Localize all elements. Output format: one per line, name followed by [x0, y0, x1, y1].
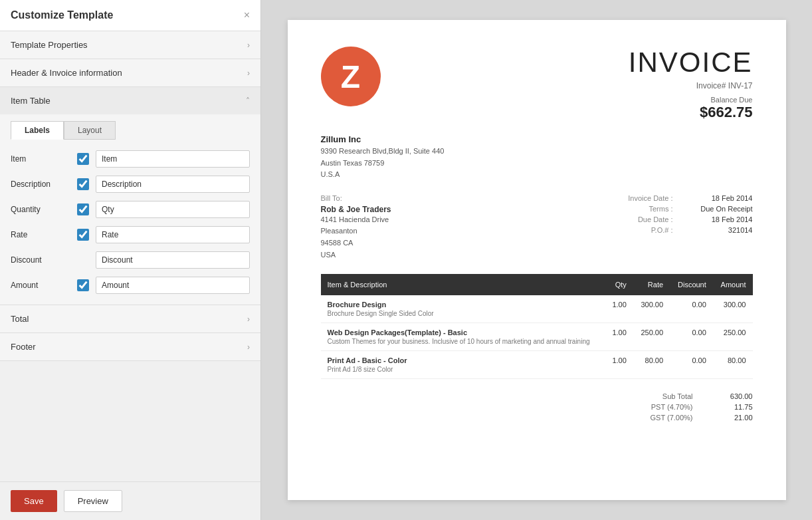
- detail-row: Terms :Due On Receipt: [628, 205, 752, 213]
- total-value: 11.75: [713, 403, 753, 411]
- item-amount: 80.00: [713, 351, 753, 379]
- invoice-number-value: INV-17: [728, 81, 753, 90]
- detail-key: Terms :: [649, 205, 672, 213]
- field-row-discount: Discount: [11, 247, 250, 273]
- item-name-desc: Web Design Packages(Template) - Basic Cu…: [321, 323, 605, 351]
- company-info: Zillum Inc 9390 Research Blvd,Bldg II, S…: [321, 134, 753, 181]
- item-rate: 250.00: [633, 323, 670, 351]
- total-row: PST (4.70%)11.75: [567, 403, 753, 411]
- panel-footer: Save Preview: [0, 481, 260, 520]
- field-checkbox-quantity[interactable]: [77, 203, 89, 215]
- total-row: Sub Total630.00: [567, 392, 753, 400]
- chevron-right-icon: ›: [247, 41, 250, 50]
- item-amount: 300.00: [713, 295, 753, 323]
- bill-to-name: Rob & Joe Traders: [321, 205, 391, 214]
- tab-layout[interactable]: Layout: [64, 121, 116, 140]
- chevron-up-icon: ˄: [246, 96, 250, 106]
- item-name: Brochure Design: [328, 301, 599, 309]
- invoice-number-label: Invoice#: [696, 81, 726, 90]
- item-table-header[interactable]: Item Table ˄: [0, 87, 260, 114]
- section-footer-label: Footer: [11, 342, 36, 352]
- field-row-rate: Rate: [11, 222, 250, 247]
- field-checkbox-rate[interactable]: [77, 229, 89, 241]
- company-address-line3: U.S.A: [321, 170, 340, 178]
- section-header-invoice-label: Header & Invoice information: [11, 68, 122, 78]
- company-address-line2: Austin Texas 78759: [321, 159, 385, 167]
- section-template-properties[interactable]: Template Properties ›: [0, 31, 260, 59]
- table-header-cell: Discount: [670, 274, 713, 295]
- company-address-line1: 9390 Research Blvd,Bldg II, Suite 440: [321, 147, 445, 155]
- total-value: 630.00: [713, 392, 753, 400]
- item-name-desc: Brochure Design Brochure Design Single S…: [321, 295, 605, 323]
- invoice-details-block: Invoice Date :18 Feb 2014Terms :Due On R…: [628, 194, 752, 261]
- table-row: Web Design Packages(Template) - Basic Cu…: [321, 323, 753, 351]
- item-discount: 0.00: [670, 323, 713, 351]
- field-checkbox-description[interactable]: [77, 178, 89, 190]
- item-description: Brochure Design Single Sided Color: [328, 310, 599, 317]
- save-button[interactable]: Save: [11, 490, 57, 512]
- detail-value: 321014: [686, 226, 753, 234]
- field-input-quantity[interactable]: [96, 201, 250, 218]
- field-checkbox-item[interactable]: [77, 153, 89, 165]
- item-qty: 1.00: [605, 323, 633, 351]
- item-qty: 1.00: [605, 351, 633, 379]
- detail-value: 18 Feb 2014: [686, 194, 753, 202]
- item-amount: 250.00: [713, 323, 753, 351]
- field-row-item: Item: [11, 146, 250, 172]
- tab-labels[interactable]: Labels: [11, 121, 64, 140]
- field-checkbox-amount[interactable]: [77, 279, 89, 291]
- item-qty: 1.00: [605, 295, 633, 323]
- panel-header: Customize Template ×: [0, 0, 260, 31]
- section-footer[interactable]: Footer ›: [0, 333, 260, 361]
- invoice-title: INVOICE: [629, 47, 753, 78]
- panel-title: Customize Template: [11, 9, 113, 21]
- field-row-amount: Amount: [11, 273, 250, 298]
- table-header-cell: Amount: [713, 274, 753, 295]
- item-table-label: Item Table: [11, 96, 51, 106]
- invoice-top: Z INVOICE Invoice# INV-17 Balance Due $6…: [321, 47, 753, 121]
- item-name-desc: Print Ad - Basic - Color Print Ad 1/8 si…: [321, 351, 605, 379]
- field-label-item: Item: [11, 154, 70, 164]
- item-discount: 0.00: [670, 295, 713, 323]
- chevron-right-icon-2: ›: [247, 68, 250, 78]
- invoice-title-block: INVOICE Invoice# INV-17 Balance Due $662…: [629, 47, 753, 121]
- item-discount: 0.00: [670, 351, 713, 379]
- bill-to-label: Bill To:: [321, 194, 391, 202]
- company-logo: Z: [321, 47, 381, 106]
- company-name: Zillum Inc: [321, 134, 753, 144]
- field-label-quantity: Quantity: [11, 205, 70, 214]
- fields-list: Item Description Quantity Rate: [0, 140, 260, 305]
- section-template-properties-label: Template Properties: [11, 40, 88, 50]
- detail-key: Due Date :: [638, 215, 673, 223]
- bottom-sections: Total › Footer ›: [0, 305, 260, 481]
- field-label-discount: Discount: [11, 255, 70, 265]
- chevron-right-icon-3: ›: [247, 315, 250, 324]
- field-input-discount[interactable]: [96, 251, 250, 269]
- field-row-description: Description: [11, 172, 250, 197]
- field-input-rate[interactable]: [96, 226, 250, 243]
- field-input-amount[interactable]: [96, 277, 250, 294]
- preview-button[interactable]: Preview: [64, 490, 122, 512]
- section-total[interactable]: Total ›: [0, 305, 260, 333]
- section-item-table: Item Table ˄ Labels Layout Item Descript…: [0, 87, 260, 305]
- invoice-number: Invoice# INV-17: [629, 81, 753, 90]
- total-row: GST (7.00%)21.00: [567, 414, 753, 422]
- totals-block: Sub Total630.00PST (4.70%)11.75GST (7.00…: [321, 392, 753, 422]
- detail-value: 18 Feb 2014: [686, 215, 753, 223]
- item-name: Print Ad - Basic - Color: [328, 356, 599, 364]
- field-input-item[interactable]: [96, 150, 250, 168]
- field-label-amount: Amount: [11, 281, 70, 290]
- bill-to-address-line4: USA: [321, 251, 336, 259]
- item-rate: 300.00: [633, 295, 670, 323]
- field-row-quantity: Quantity: [11, 197, 250, 222]
- item-description: Print Ad 1/8 size Color: [328, 366, 599, 373]
- table-row: Brochure Design Brochure Design Single S…: [321, 295, 753, 323]
- item-table: Item & DescriptionQtyRateDiscountAmount …: [321, 274, 753, 379]
- left-panel: Customize Template × Template Properties…: [0, 0, 261, 520]
- bill-to-address-line1: 4141 Hacienda Drive: [321, 215, 389, 223]
- field-input-description[interactable]: [96, 176, 250, 193]
- close-icon[interactable]: ×: [244, 9, 250, 21]
- total-value: 21.00: [713, 414, 753, 422]
- section-header-invoice[interactable]: Header & Invoice information ›: [0, 59, 260, 87]
- table-header-cell: Item & Description: [321, 274, 605, 295]
